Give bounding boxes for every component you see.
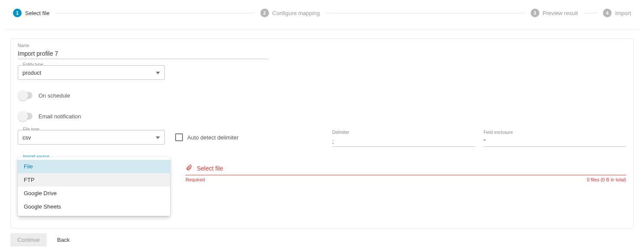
dropdown-option-google-drive[interactable]: Google Drive — [18, 187, 170, 200]
entity-type-select[interactable]: Entity type product — [18, 65, 165, 80]
enclosure-label: Field enclosure — [484, 130, 626, 135]
step-line — [326, 13, 524, 13]
auto-detect-label: Auto detect delimiter — [187, 134, 239, 141]
step-label-4: Import — [615, 10, 631, 16]
file-type-value: csv — [22, 134, 31, 141]
stepper: 1 Select file 2 Configure mapping 3 Prev… — [5, 9, 639, 30]
step-preview-result[interactable]: 3 Preview result — [531, 9, 578, 17]
step-number-4: 4 — [603, 9, 612, 17]
continue-button[interactable]: Continue — [10, 233, 47, 247]
file-type-select[interactable]: File type csv — [18, 130, 165, 145]
step-line — [584, 13, 597, 13]
chevron-down-icon — [156, 130, 160, 145]
on-schedule-toggle[interactable] — [18, 92, 32, 99]
entity-type-value: product — [22, 70, 41, 76]
file-select-button[interactable]: Select file — [186, 164, 626, 175]
import-source-dropdown: File FTP Google Drive Google Sheets — [18, 157, 170, 216]
attachment-icon — [186, 164, 192, 172]
file-required-text: Required — [186, 177, 205, 182]
file-select-label: Select file — [197, 165, 223, 172]
email-notification-label: Email notification — [38, 113, 81, 120]
dropdown-option-file[interactable]: File — [18, 160, 170, 173]
step-configure-mapping[interactable]: 2 Configure mapping — [260, 9, 320, 17]
on-schedule-label: On schedule — [38, 92, 70, 99]
file-count-summary: 0 files (0 B in total) — [587, 177, 626, 182]
enclosure-input[interactable] — [484, 135, 626, 147]
step-number-3: 3 — [531, 9, 539, 17]
email-notification-toggle[interactable] — [18, 113, 32, 120]
name-label: Name — [18, 43, 29, 48]
footer-actions: Continue Back — [10, 233, 72, 247]
name-input[interactable] — [18, 46, 269, 59]
chevron-down-icon — [156, 65, 160, 80]
enclosure-field: Field enclosure — [484, 130, 626, 147]
step-label-3: Preview result — [543, 10, 578, 16]
form-card: Name Entity type product On schedule Ema… — [10, 38, 634, 228]
file-select-area: Select file Required 0 files (0 B in tot… — [186, 164, 626, 182]
email-notification-row: Email notification — [18, 113, 626, 120]
back-button[interactable]: Back — [54, 236, 72, 244]
delimiter-input[interactable] — [332, 135, 475, 147]
import-source-select[interactable]: Import source File FTP Google Drive Goog… — [18, 157, 165, 172]
step-label-2: Configure mapping — [272, 10, 320, 16]
delimiter-label: Delimiter — [332, 130, 475, 135]
delimiter-field: Delimiter — [332, 130, 475, 147]
dropdown-option-google-sheets[interactable]: Google Sheets — [18, 200, 170, 213]
step-number-2: 2 — [260, 9, 269, 17]
auto-detect-delimiter-row: Auto detect delimiter — [175, 130, 239, 145]
step-line — [55, 13, 254, 13]
on-schedule-row: On schedule — [18, 92, 626, 99]
step-import[interactable]: 4 Import — [603, 9, 631, 17]
step-select-file[interactable]: 1 Select file — [13, 9, 49, 17]
dropdown-option-ftp[interactable]: FTP — [18, 173, 170, 187]
step-number-1: 1 — [13, 9, 22, 17]
step-label-1: Select file — [25, 10, 49, 16]
file-type-row: File type csv Auto detect delimiter Deli… — [18, 130, 626, 147]
name-field: Name — [18, 46, 269, 59]
auto-detect-checkbox[interactable] — [175, 133, 183, 141]
